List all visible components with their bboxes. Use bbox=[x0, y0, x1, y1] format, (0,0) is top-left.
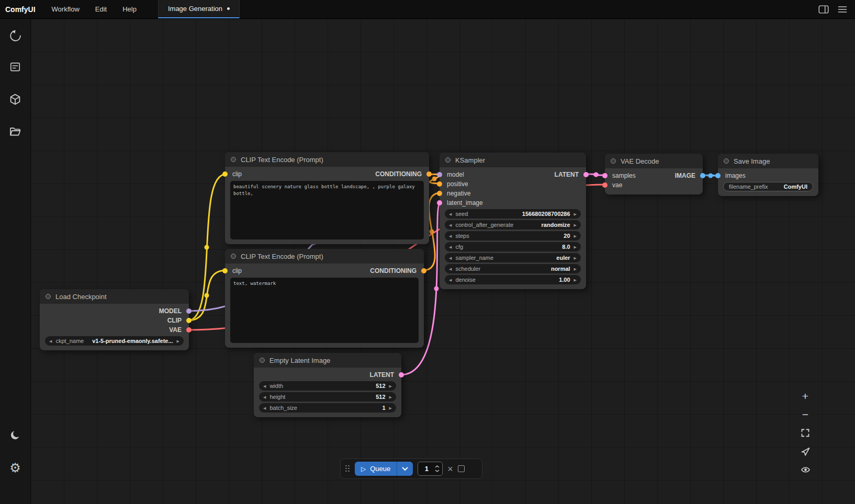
select-cursor-icon[interactable] bbox=[797, 445, 813, 457]
decrement-arrow-icon[interactable]: ◀ bbox=[263, 384, 266, 388]
output-port-conditioning[interactable] bbox=[426, 171, 432, 177]
model-library-cube-icon[interactable] bbox=[5, 89, 26, 110]
node-header[interactable]: CLIP Text Encode (Prompt) bbox=[225, 249, 424, 264]
menu-workflow[interactable]: Workflow bbox=[44, 0, 87, 18]
node-save-image[interactable]: Save Image images filename_prefix ComfyU… bbox=[718, 154, 818, 196]
node-empty-latent-image[interactable]: Empty Latent Image LATENT ◀ width 512 ▶ … bbox=[254, 353, 401, 417]
output-port-vae[interactable] bbox=[186, 327, 192, 333]
decrement-arrow-icon[interactable]: ◀ bbox=[449, 267, 452, 271]
zoom-in-icon[interactable]: + bbox=[797, 390, 813, 403]
increment-arrow-icon[interactable]: ▶ bbox=[574, 223, 577, 227]
widget-scheduler[interactable]: ◀ scheduler normal ▶ bbox=[445, 264, 581, 273]
node-header[interactable]: Save Image bbox=[718, 154, 818, 168]
increment-arrow-icon[interactable]: ▶ bbox=[389, 395, 392, 399]
widget-sampler-name[interactable]: ◀ sampler_name euler ▶ bbox=[445, 253, 581, 262]
decrement-arrow-icon[interactable]: ◀ bbox=[449, 256, 452, 260]
increment-arrow-icon[interactable]: ▶ bbox=[389, 384, 392, 388]
queue-options-button[interactable] bbox=[397, 462, 413, 476]
zoom-out-icon[interactable]: − bbox=[797, 408, 813, 421]
decrement-arrow-icon[interactable]: ◀ bbox=[49, 339, 52, 343]
interrupt-stop-icon[interactable] bbox=[458, 465, 465, 472]
output-port-latent[interactable] bbox=[399, 372, 404, 377]
node-vae-decode[interactable]: VAE Decode samples IMAGE vae bbox=[605, 154, 703, 194]
node-ksampler[interactable]: KSampler model LATENT positive negative … bbox=[440, 153, 586, 289]
increment-arrow-icon[interactable]: ▶ bbox=[574, 212, 577, 216]
batch-count-input[interactable]: 1 bbox=[418, 462, 443, 476]
decrement-arrow-icon[interactable]: ◀ bbox=[449, 223, 452, 227]
widget-height[interactable]: ◀ height 512 ▶ bbox=[259, 392, 396, 402]
input-port-clip[interactable] bbox=[222, 171, 228, 177]
input-port-negative[interactable] bbox=[437, 191, 442, 196]
node-load-checkpoint[interactable]: Load Checkpoint MODEL CLIP VAE ◀ ckpt_na… bbox=[40, 289, 189, 350]
widget-denoise[interactable]: ◀ denoise 1.00 ▶ bbox=[445, 275, 581, 284]
queue-button[interactable]: ▷ Queue bbox=[355, 462, 413, 476]
input-port-latent-image[interactable] bbox=[437, 200, 442, 205]
input-port-clip[interactable] bbox=[222, 268, 228, 273]
node-header[interactable]: CLIP Text Encode (Prompt) bbox=[225, 152, 429, 167]
queue-list-icon[interactable] bbox=[5, 56, 26, 77]
input-port-model[interactable] bbox=[437, 172, 442, 177]
drag-handle-icon[interactable] bbox=[345, 465, 350, 473]
decrement-arrow-icon[interactable]: ◀ bbox=[449, 234, 452, 238]
input-port-samples[interactable] bbox=[602, 173, 608, 178]
queue-run-button[interactable]: ▷ Queue bbox=[355, 462, 397, 476]
widget-seed[interactable]: ◀ seed 156680208700286 ▶ bbox=[445, 209, 581, 219]
link-midpoint-dot[interactable] bbox=[205, 245, 209, 250]
output-port-model[interactable] bbox=[186, 308, 192, 314]
decrement-chevron-icon[interactable] bbox=[435, 469, 440, 472]
widget-filename-prefix[interactable]: filename_prefix ComfyUI bbox=[723, 182, 813, 191]
increment-arrow-icon[interactable]: ▶ bbox=[574, 256, 577, 260]
node-header[interactable]: Load Checkpoint bbox=[40, 289, 189, 304]
increment-arrow-icon[interactable]: ▶ bbox=[574, 245, 577, 249]
history-icon[interactable] bbox=[5, 25, 26, 46]
decrement-arrow-icon[interactable]: ◀ bbox=[449, 278, 452, 282]
prompt-textarea[interactable]: beautiful scenery nature glass bottle la… bbox=[230, 181, 424, 239]
node-clip-text-encode-negative[interactable]: CLIP Text Encode (Prompt) clip CONDITION… bbox=[225, 249, 424, 348]
link-midpoint-dot[interactable] bbox=[430, 230, 434, 234]
input-port-vae[interactable] bbox=[602, 182, 608, 188]
link-checkpoint-clip-to-negative-prompt[interactable] bbox=[188, 270, 226, 320]
increment-arrow-icon[interactable]: ▶ bbox=[574, 267, 577, 271]
workflows-folder-icon[interactable] bbox=[5, 121, 26, 142]
node-header[interactable]: KSampler bbox=[440, 153, 586, 167]
decrement-arrow-icon[interactable]: ◀ bbox=[263, 395, 266, 399]
widget-ckpt-name[interactable]: ◀ ckpt_name v1-5-pruned-emaonly.safete..… bbox=[45, 336, 184, 346]
link-midpoint-dot[interactable] bbox=[205, 293, 209, 298]
graph-canvas[interactable]: CLIP Text Encode (Prompt) clip CONDITION… bbox=[31, 19, 855, 504]
widget-steps[interactable]: ◀ steps 20 ▶ bbox=[445, 231, 581, 240]
link-midpoint-dot[interactable] bbox=[434, 287, 439, 291]
menu-edit[interactable]: Edit bbox=[87, 0, 115, 18]
toggle-visibility-eye-icon[interactable] bbox=[797, 463, 813, 476]
settings-gear-icon[interactable]: ⚙ bbox=[5, 457, 26, 478]
increment-chevron-icon[interactable] bbox=[435, 465, 440, 468]
tab-image-generation[interactable]: Image Generation bbox=[158, 0, 240, 18]
output-port-latent[interactable] bbox=[583, 172, 589, 177]
widget-batch-size[interactable]: ◀ batch_size 1 ▶ bbox=[259, 403, 396, 413]
link-checkpoint-clip-to-positive-prompt[interactable] bbox=[188, 174, 226, 320]
widget-control-after-generate[interactable]: ◀ control_after_generate randomize ▶ bbox=[445, 220, 581, 230]
input-port-positive[interactable] bbox=[437, 181, 442, 187]
prompt-textarea[interactable]: text, watermark bbox=[230, 278, 419, 343]
increment-arrow-icon[interactable]: ▶ bbox=[574, 278, 577, 282]
link-midpoint-dot[interactable] bbox=[432, 177, 437, 181]
decrement-arrow-icon[interactable]: ◀ bbox=[449, 212, 452, 216]
hamburger-menu-icon[interactable] bbox=[833, 0, 852, 18]
theme-moon-icon[interactable] bbox=[5, 425, 26, 446]
input-port-images[interactable] bbox=[715, 173, 721, 178]
decrement-arrow-icon[interactable]: ◀ bbox=[263, 406, 266, 410]
panel-toggle-icon[interactable] bbox=[814, 0, 833, 18]
increment-arrow-icon[interactable]: ▶ bbox=[574, 234, 577, 238]
output-port-clip[interactable] bbox=[186, 318, 192, 323]
output-port-image[interactable] bbox=[700, 173, 705, 178]
increment-arrow-icon[interactable]: ▶ bbox=[177, 339, 179, 343]
link-midpoint-dot[interactable] bbox=[594, 173, 599, 177]
clear-queue-icon[interactable]: × bbox=[447, 464, 453, 474]
widget-cfg[interactable]: ◀ cfg 8.0 ▶ bbox=[445, 242, 581, 251]
output-port-conditioning[interactable] bbox=[421, 268, 426, 273]
fit-view-icon[interactable] bbox=[797, 427, 813, 439]
link-midpoint-dot[interactable] bbox=[708, 174, 713, 178]
increment-arrow-icon[interactable]: ▶ bbox=[389, 406, 392, 410]
node-header[interactable]: VAE Decode bbox=[605, 154, 703, 168]
decrement-arrow-icon[interactable]: ◀ bbox=[449, 245, 452, 249]
widget-width[interactable]: ◀ width 512 ▶ bbox=[259, 381, 396, 391]
